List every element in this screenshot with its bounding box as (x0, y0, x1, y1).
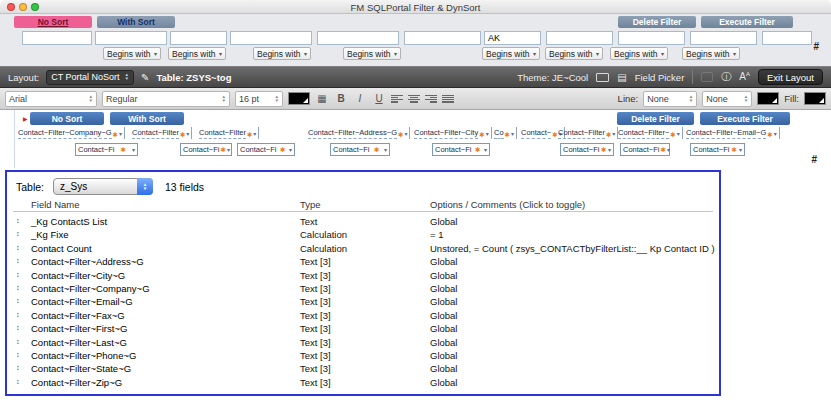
filter-input[interactable] (317, 31, 399, 45)
merge-field[interactable]: Contact~Filter✱▾ (132, 127, 192, 139)
text-formatting-icon[interactable]: AA (739, 71, 750, 82)
filter-operator-select[interactable]: Begins with▾ (168, 47, 226, 60)
field-options[interactable]: Unstored, = Count ( zsys_CONTACTbyFilter… (430, 243, 715, 254)
field-options[interactable]: Global (430, 377, 457, 388)
field-row[interactable]: ↕Contact~Filter~Phone~GText [3]Global (7, 349, 719, 362)
filter-input[interactable]: AK (484, 31, 541, 45)
field-box[interactable]: Contact~Fi✱▾ (330, 143, 390, 156)
field-options[interactable]: Global (430, 363, 457, 374)
text-color-swatch[interactable] (288, 92, 310, 105)
exit-layout-button[interactable]: Exit Layout (758, 69, 823, 85)
merge-field[interactable]: Contact~Filter~City✱▾ (414, 127, 492, 139)
filter-operator-select[interactable]: Begins with▾ (482, 47, 540, 60)
filter-input[interactable] (546, 31, 613, 45)
underline-button[interactable]: U (372, 92, 386, 106)
align-right-button[interactable] (425, 94, 437, 104)
field-box[interactable]: Contact~Fi✱▾ (432, 143, 490, 156)
fill-color-swatch[interactable] (804, 92, 826, 105)
field-options[interactable]: Global (430, 296, 457, 307)
field-picker-button[interactable]: Field Picker (635, 72, 685, 83)
field-options[interactable]: Global (430, 337, 457, 348)
field-options[interactable]: = 1 (430, 229, 443, 240)
table-select[interactable]: z_Sys ▲▼ (53, 178, 153, 195)
filter-operator-select[interactable]: Begins with▾ (343, 47, 401, 60)
align-justify-button[interactable] (442, 94, 454, 104)
merge-field[interactable]: Contact~Filter✱▾ (558, 127, 618, 139)
field-options[interactable]: Global (430, 283, 457, 294)
edit-layout-icon[interactable]: ✎ (141, 72, 149, 83)
align-center-button[interactable] (408, 94, 420, 104)
field-row[interactable]: ↕Contact~Filter~Last~GText [3]Global (7, 336, 719, 349)
field-row[interactable]: ↕Contact~Filter~Company~GText [3]Global (7, 282, 719, 295)
delete-filter-button-layout[interactable]: Delete Filter (617, 112, 694, 125)
field-box[interactable]: Contact~Fi✱▾ (560, 143, 614, 156)
merge-field[interactable]: Co✱▾ (494, 127, 517, 139)
field-options[interactable]: Global (430, 310, 457, 321)
column-header-type[interactable]: Type (300, 199, 321, 210)
filter-operator-select[interactable]: Begins with▾ (103, 47, 161, 60)
bold-button[interactable]: B (334, 92, 348, 106)
field-row[interactable]: ↕Contact~Filter~City~GText [3]Global (7, 269, 719, 282)
execute-filter-button[interactable]: Execute Filter (701, 16, 793, 28)
field-options[interactable]: Global (430, 350, 457, 361)
field-type: Text [3] (300, 256, 331, 267)
filter-input[interactable] (170, 31, 227, 45)
merge-field[interactable]: Contact~Filter✱▾ (199, 127, 259, 139)
merge-field[interactable]: Contact~Filter~✱▾ (618, 127, 683, 139)
field-box[interactable]: Contact~Fi✱▾ (620, 143, 670, 156)
filter-operator-select[interactable]: Begins with▾ (682, 47, 740, 60)
merge-field[interactable]: Contact~Filter~Email~G✱▾ (686, 127, 780, 139)
dropdown-arrow-icon: ▾ (227, 146, 230, 153)
no-sort-button-layout[interactable]: No Sort (30, 112, 104, 125)
filter-input[interactable] (22, 31, 92, 45)
with-sort-tab[interactable]: With Sort (97, 16, 175, 28)
layout-selector[interactable]: CT Portal NoSort ▲▼ (46, 70, 134, 85)
field-options[interactable]: Global (430, 256, 457, 267)
filter-operator-select[interactable]: Begins with▾ (610, 47, 668, 60)
table-grid-icon[interactable]: ▦ (315, 92, 329, 106)
line-color-swatch[interactable] (757, 92, 779, 105)
execute-filter-button-layout[interactable]: Execute Filter (700, 112, 790, 125)
field-box[interactable]: Contact~Fi✱▾ (690, 143, 745, 156)
filter-operator-select[interactable]: Begins with▾ (253, 47, 311, 60)
field-row[interactable]: ↕Contact~Filter~Email~GText [3]Global (7, 295, 719, 308)
field-row[interactable]: ↕Contact~Filter~State~GText [3]Global (7, 362, 719, 375)
filter-input[interactable] (404, 31, 481, 45)
filter-input[interactable] (618, 31, 685, 45)
dropdown-arrow-icon: ▾ (667, 146, 670, 153)
field-row[interactable]: ↕_Kg ContactS ListTextGlobal (7, 215, 719, 228)
font-style-select[interactable]: Regular ▲▼ (102, 91, 230, 107)
field-row[interactable]: ↕Contact CountCalculationUnstored, = Cou… (7, 242, 719, 255)
field-row[interactable]: ↕Contact~Filter~First~GText [3]Global (7, 322, 719, 335)
field-box[interactable]: Contact~Fi✱▾ (237, 143, 295, 156)
font-family-select[interactable]: Arial ▲▼ (5, 91, 97, 107)
field-row[interactable]: ↕Contact~Filter~Fax~GText [3]Global (7, 309, 719, 322)
no-sort-tab[interactable]: No Sort (14, 16, 92, 28)
column-header-options[interactable]: Options / Comments (Click to toggle) (430, 199, 585, 210)
merge-field[interactable]: Contact~Filter~Address~G✱▾ (308, 127, 410, 139)
field-row[interactable]: ↕_Kg FixeCalculation= 1 (7, 228, 719, 241)
info-icon[interactable]: ⓘ (721, 70, 731, 84)
filter-input[interactable] (690, 31, 757, 45)
field-options[interactable]: Global (430, 216, 457, 227)
align-left-button[interactable] (391, 94, 403, 104)
filter-input[interactable] (230, 31, 312, 45)
with-sort-button-layout[interactable]: With Sort (110, 112, 184, 125)
field-options[interactable]: Global (430, 270, 457, 281)
line-style-select[interactable]: None ▲▼ (643, 91, 697, 107)
field-row[interactable]: ↕Contact~Filter~Address~GText [3]Global (7, 255, 719, 268)
delete-filter-button[interactable]: Delete Filter (618, 16, 696, 28)
field-box[interactable]: Contact~Fi✱▾ (75, 143, 138, 156)
filter-input[interactable] (95, 31, 167, 45)
font-size-select[interactable]: 16 pt ▲▼ (235, 91, 283, 107)
merge-field[interactable]: Contact~Filter~Company~G✱▾ (18, 127, 125, 139)
field-box[interactable]: Contact~Fi✱▾ (180, 143, 232, 156)
field-options[interactable]: Global (430, 323, 457, 334)
italic-button[interactable]: I (353, 92, 367, 106)
filter-input[interactable] (762, 31, 812, 45)
field-row[interactable]: ↕Contact~Filter~Zip~GText [3]Global (7, 376, 719, 389)
column-header-field-name[interactable]: Field Name (31, 199, 80, 210)
filter-operator-select[interactable]: Begins with▾ (545, 47, 603, 60)
dropdown-arrow-icon: ▾ (596, 50, 599, 57)
line-weight-select[interactable]: None ▲▼ (702, 91, 752, 107)
